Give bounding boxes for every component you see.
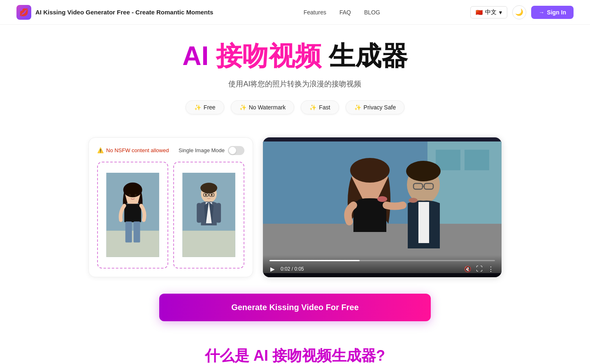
sign-in-button[interactable]: → Sign In bbox=[531, 6, 574, 19]
male-person-image bbox=[181, 173, 237, 257]
svg-rect-27 bbox=[436, 150, 460, 170]
title-chinese-2: 生成器 bbox=[329, 41, 408, 71]
badge-privacy-label: Privacy Safe bbox=[364, 104, 396, 111]
svg-rect-2 bbox=[107, 231, 159, 257]
nav-right: 🇨🇳 中文 ▾ 🌙 → Sign In bbox=[470, 5, 574, 19]
language-selector[interactable]: 🇨🇳 中文 ▾ bbox=[470, 6, 507, 19]
total-time: 0:05 bbox=[294, 266, 304, 272]
navbar: 💋 AI Kissing Video Generator Free - Crea… bbox=[0, 0, 590, 25]
video-controls: ▶ 0:02 / 0:05 🔇 ⛶ ⋮ bbox=[263, 255, 502, 277]
upload-slot-male[interactable] bbox=[173, 162, 244, 269]
svg-rect-20 bbox=[216, 203, 221, 223]
badge-fast-label: Fast bbox=[319, 104, 330, 111]
current-time: 0:02 bbox=[281, 266, 290, 272]
svg-rect-12 bbox=[183, 231, 235, 257]
svg-point-8 bbox=[129, 194, 131, 197]
bottom-section: 什么是 AI 接吻视频生成器? bbox=[0, 334, 590, 364]
play-button[interactable]: ▶ bbox=[269, 265, 276, 273]
logo-icon: 💋 bbox=[16, 5, 31, 20]
svg-point-39 bbox=[409, 198, 418, 203]
svg-rect-5 bbox=[124, 204, 141, 223]
more-icon: ⋮ bbox=[488, 265, 494, 273]
arrow-icon: → bbox=[539, 9, 544, 16]
sparkle-icon-4: ✨ bbox=[354, 104, 361, 111]
moon-icon: 🌙 bbox=[515, 8, 523, 16]
play-icon: ▶ bbox=[270, 266, 275, 272]
svg-rect-19 bbox=[197, 203, 202, 223]
upload-slot-female[interactable] bbox=[97, 162, 168, 269]
generate-button[interactable]: Generate Kissing Video For Free bbox=[159, 294, 431, 321]
svg-rect-6 bbox=[125, 222, 132, 243]
chevron-down-icon: ▾ bbox=[499, 9, 502, 16]
svg-point-14 bbox=[200, 183, 217, 194]
nsfw-warning-text: No NSFW content allowed bbox=[106, 147, 169, 153]
main-content-area: ⚠️ No NSFW content allowed Single Image … bbox=[0, 137, 590, 290]
title-ai: AI bbox=[182, 41, 209, 71]
badge-no-watermark-label: No Watermark bbox=[249, 104, 286, 111]
nav-faq[interactable]: FAQ bbox=[339, 9, 351, 16]
nsfw-warning: ⚠️ No NSFW content allowed bbox=[97, 147, 169, 153]
controls-row: ▶ 0:02 / 0:05 🔇 ⛶ ⋮ bbox=[269, 264, 495, 274]
single-mode-toggle[interactable] bbox=[228, 146, 244, 155]
mute-button[interactable]: 🔇 bbox=[463, 265, 472, 273]
warning-icon: ⚠️ bbox=[97, 147, 104, 153]
panel-header: ⚠️ No NSFW content allowed Single Image … bbox=[97, 146, 244, 155]
badge-fast: ✨ Fast bbox=[301, 100, 339, 114]
svg-point-30 bbox=[350, 158, 390, 183]
single-mode-label: Single Image Mode bbox=[179, 147, 225, 153]
svg-point-33 bbox=[406, 161, 441, 181]
svg-rect-37 bbox=[418, 202, 429, 243]
svg-point-38 bbox=[377, 196, 387, 202]
hero-section: AI 接吻视频 生成器 使用AI将您的照片转换为浪漫的接吻视频 ✨ Free ✨… bbox=[0, 25, 590, 137]
upload-panel: ⚠️ No NSFW content allowed Single Image … bbox=[88, 137, 253, 277]
progress-bar[interactable] bbox=[269, 260, 495, 261]
title-chinese-1: 接吻视频 bbox=[216, 41, 321, 71]
svg-point-22 bbox=[211, 194, 213, 196]
more-options-button[interactable]: ⋮ bbox=[487, 264, 495, 274]
video-panel: ▶ 0:02 / 0:05 🔇 ⛶ ⋮ bbox=[263, 137, 502, 277]
fullscreen-button[interactable]: ⛶ bbox=[475, 264, 483, 274]
female-person-image bbox=[105, 173, 160, 257]
badge-no-watermark: ✨ No Watermark bbox=[231, 100, 295, 114]
nav-features[interactable]: Features bbox=[304, 9, 326, 16]
sparkle-icon-3: ✨ bbox=[309, 104, 316, 111]
svg-point-9 bbox=[135, 194, 137, 197]
logo[interactable]: 💋 AI Kissing Video Generator Free - Crea… bbox=[16, 5, 213, 20]
language-label: 中文 bbox=[485, 9, 497, 16]
controls-right: 🔇 ⛶ ⋮ bbox=[463, 264, 495, 274]
app-title: AI Kissing Video Generator Free - Create… bbox=[35, 9, 213, 16]
nav-links: Features FAQ BLOG bbox=[304, 9, 380, 16]
nav-blog[interactable]: BLOG bbox=[364, 9, 380, 16]
sign-in-label: Sign In bbox=[547, 9, 566, 16]
bottom-title: 什么是 AI 接吻视频生成器? bbox=[33, 346, 557, 364]
dark-mode-toggle[interactable]: 🌙 bbox=[512, 5, 526, 19]
hero-subtitle: 使用AI将您的照片转换为浪漫的接吻视频 bbox=[16, 79, 574, 89]
svg-rect-7 bbox=[133, 222, 140, 243]
single-image-mode: Single Image Mode bbox=[179, 146, 244, 155]
badge-free-label: Free bbox=[204, 104, 216, 111]
upload-slots bbox=[97, 162, 244, 269]
badge-free: ✨ Free bbox=[186, 100, 224, 114]
time-display: 0:02 / 0:05 bbox=[281, 266, 458, 272]
mute-icon: 🔇 bbox=[464, 266, 471, 272]
flag-icon: 🇨🇳 bbox=[476, 9, 483, 16]
generate-section: Generate Kissing Video For Free bbox=[0, 290, 590, 334]
badge-privacy: ✨ Privacy Safe bbox=[346, 100, 405, 114]
svg-rect-28 bbox=[465, 150, 489, 170]
sparkle-icon-1: ✨ bbox=[194, 104, 201, 111]
svg-point-4 bbox=[123, 183, 142, 197]
svg-point-21 bbox=[205, 194, 207, 196]
feature-badges: ✨ Free ✨ No Watermark ✨ Fast ✨ Privacy S… bbox=[16, 100, 574, 114]
hero-title: AI 接吻视频 生成器 bbox=[16, 41, 574, 72]
fullscreen-icon: ⛶ bbox=[476, 265, 483, 273]
sparkle-icon-2: ✨ bbox=[239, 104, 246, 111]
progress-fill bbox=[269, 260, 360, 261]
